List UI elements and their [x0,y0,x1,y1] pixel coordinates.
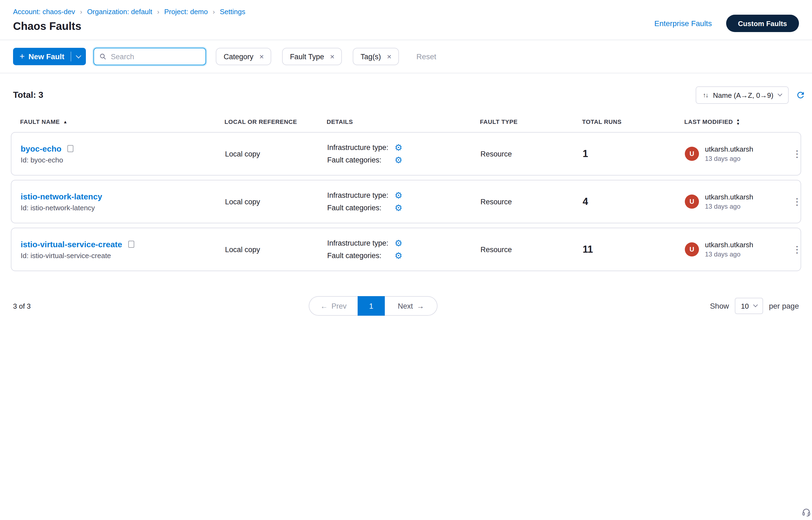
column-header-details: DETAILS [327,119,480,125]
prev-label: Prev [332,302,347,310]
pagination-range: 3 of 3 [13,302,31,310]
chevron-down-icon [778,92,782,97]
next-page-button[interactable]: Next → [385,296,437,316]
row-menu-button[interactable]: ⋮ [788,147,806,161]
close-icon[interactable]: × [330,53,334,60]
close-icon[interactable]: × [387,53,391,60]
page-title: Chaos Faults [13,20,246,33]
new-fault-main[interactable]: + New Fault [13,48,71,65]
column-label: LOCAL OR REFERENCE [225,119,297,125]
column-label: FAULT TYPE [480,119,518,125]
column-header-last-modified[interactable]: LAST MODIFIED ▲▼ [684,118,788,126]
breadcrumb-project[interactable]: Project: demo [164,8,208,16]
total-count: Total: 3 [13,90,43,100]
fault-type-cell: Resource [480,198,583,206]
breadcrumb-separator-icon: › [157,8,159,16]
pagination: ← Prev 1 Next → [309,296,437,316]
filter-chip-tags[interactable]: Tag(s) × [353,48,399,65]
page-size-select[interactable]: 10 [735,298,763,314]
last-modified-cell: U utkarsh.utkarsh 13 days ago [685,241,788,258]
details-cell: Infrastructure type: ⚙ Fault categories:… [327,191,480,212]
refresh-icon [796,90,806,100]
close-icon[interactable]: × [259,53,264,60]
prev-page-button[interactable]: ← Prev [309,296,358,316]
fault-name-cell: istio-network-latency Id: istio-network-… [21,191,225,212]
show-label: Show [710,302,729,310]
sort-ascending-icon: ▲ [63,119,68,124]
doc-icon [128,240,134,248]
sort-dropdown[interactable]: ↑↓ Name (A→Z, 0→9) [696,86,789,104]
kubernetes-gear-icon: ⚙ [395,239,407,248]
row-menu-button[interactable]: ⋮ [788,243,806,256]
kubernetes-gear-icon: ⚙ [395,251,407,260]
toolbar: + New Fault Category × Fault Type × [0,40,812,73]
fault-name-cell: byoc-echo Id: byoc-echo [21,144,225,164]
fault-name-link[interactable]: byoc-echo [21,144,61,153]
page-1-button[interactable]: 1 [358,296,385,316]
support-headset-button[interactable] [802,508,811,519]
fault-id: Id: istio-virtual-service-create [21,251,225,259]
breadcrumb-separator-icon: › [213,8,215,16]
new-fault-label: New Fault [28,52,65,61]
fault-id: Id: byoc-echo [21,156,225,164]
fault-id: Id: istio-network-latency [21,204,225,212]
next-label: Next [398,302,413,310]
filter-chip-label: Category [224,52,254,60]
filter-chips: Category × Fault Type × Tag(s) × [216,48,399,65]
fault-categories-label: Fault categories: [327,156,395,164]
reset-filters-button[interactable]: Reset [416,52,436,61]
new-fault-dropdown-button[interactable] [72,48,86,65]
breadcrumb-organization[interactable]: Organization: default [87,8,152,16]
chevron-down-icon [76,53,81,58]
headset-icon [802,508,811,517]
table-row: istio-virtual-service-create Id: istio-v… [11,228,801,271]
plus-icon: + [20,52,25,61]
doc-icon [68,145,73,152]
search-input[interactable] [111,52,200,60]
row-menu-button[interactable]: ⋮ [788,195,806,208]
table-header: FAULT NAME ▲ LOCAL OR REFERENCE DETAILS … [11,118,801,126]
column-label: FAULT NAME [20,119,60,125]
topbar-right: Enterprise Faults Custom Faults [654,15,799,32]
modified-time: 13 days ago [705,203,753,210]
fault-type-cell: Resource [480,245,583,254]
total-runs-cell: 11 [583,244,685,255]
fault-categories-label: Fault categories: [327,204,395,212]
column-header-fault-name[interactable]: FAULT NAME ▲ [20,119,225,125]
filter-chip-fault-type[interactable]: Fault Type × [282,48,342,65]
custom-faults-button[interactable]: Custom Faults [726,15,799,32]
search-icon [100,53,106,60]
fault-name-link[interactable]: istio-network-latency [21,191,102,201]
ellipsis-icon: ⋮ [792,197,802,207]
page-size-value: 10 [741,302,749,310]
per-page-label: per page [769,302,799,310]
details-cell: Infrastructure type: ⚙ Fault categories:… [327,143,480,164]
page-size-area: Show 10 per page [710,298,799,314]
modified-time: 13 days ago [705,155,753,162]
arrow-left-icon: ← [321,302,328,310]
breadcrumb-settings[interactable]: Settings [220,8,246,16]
sort-both-icon: ▲▼ [736,118,740,126]
modified-by: utkarsh.utkarsh [705,193,753,201]
topbar: Account: chaos-dev › Organization: defau… [0,0,812,40]
enterprise-faults-link[interactable]: Enterprise Faults [654,19,712,28]
fault-name-cell: istio-virtual-service-create Id: istio-v… [21,239,225,259]
filter-chip-label: Fault Type [290,52,324,60]
last-modified-cell: U utkarsh.utkarsh 13 days ago [685,193,788,210]
avatar: U [685,147,699,161]
breadcrumb-account[interactable]: Account: chaos-dev [13,8,75,16]
refresh-button[interactable] [796,90,806,100]
infrastructure-type-label: Infrastructure type: [327,239,395,247]
avatar: U [685,242,699,257]
new-fault-button[interactable]: + New Fault [13,48,86,65]
footer: 3 of 3 ← Prev 1 Next → Show 10 per page [0,295,812,317]
total-runs-cell: 1 [583,148,685,159]
modified-by: utkarsh.utkarsh [705,241,753,249]
column-header-local-or-reference: LOCAL OR REFERENCE [225,119,327,125]
fault-name-link[interactable]: istio-virtual-service-create [21,239,122,249]
topbar-left: Account: chaos-dev › Organization: defau… [13,8,246,33]
modified-time: 13 days ago [705,251,753,258]
chevron-down-icon [753,303,758,307]
filter-chip-category[interactable]: Category × [216,48,272,65]
column-header-fault-type: FAULT TYPE [480,119,582,125]
